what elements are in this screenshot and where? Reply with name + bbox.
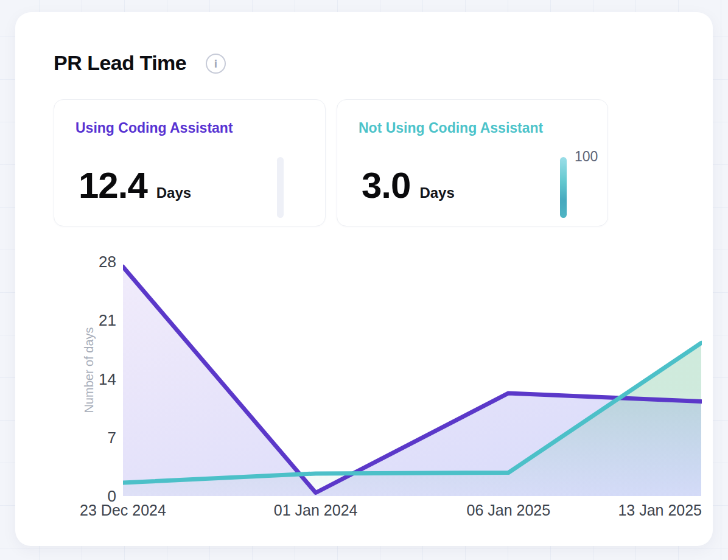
stat-label: Using Coding Assistant [75,120,233,136]
stat-label: Not Using Coding Assistant [359,120,543,136]
x-tick-label: 13 Jan 2025 [618,502,702,519]
y-tick-label: 21 [99,311,116,330]
x-tick-label: 01 Jan 2024 [274,502,358,519]
gauge-bar [277,157,284,218]
stat-value-row: 3.0 Days [362,164,455,206]
stat-value: 3.0 [362,164,410,206]
pr-lead-time-card: PR Lead Time i Using Coding Assistant 12… [15,12,713,546]
x-tick-label: 06 Jan 2025 [467,502,551,519]
y-axis-title: Number of days [82,327,96,413]
page-title: PR Lead Time [54,51,186,75]
stat-value-row: 12.4 Days [79,164,191,206]
stat-card-using-assistant: Using Coding Assistant 12.4 Days [54,99,326,226]
info-icon[interactable]: i [206,54,226,74]
y-tick-label: 28 [99,253,116,271]
y-tick-label: 14 [99,369,116,388]
stat-card-not-using-assistant: Not Using Coding Assistant 3.0 Days 100 [337,99,608,226]
gauge-bar [560,157,567,218]
dashboard-canvas: PR Lead Time i Using Coding Assistant 12… [0,0,728,560]
x-tick-label: 23 Dec 2024 [80,502,166,519]
y-tick-label: 7 [108,428,116,447]
lead-time-chart[interactable] [123,259,702,496]
stat-value: 12.4 [79,164,147,206]
gauge-max-label: 100 [575,149,598,165]
stat-unit: Days [419,184,454,201]
stat-unit: Days [156,184,191,201]
